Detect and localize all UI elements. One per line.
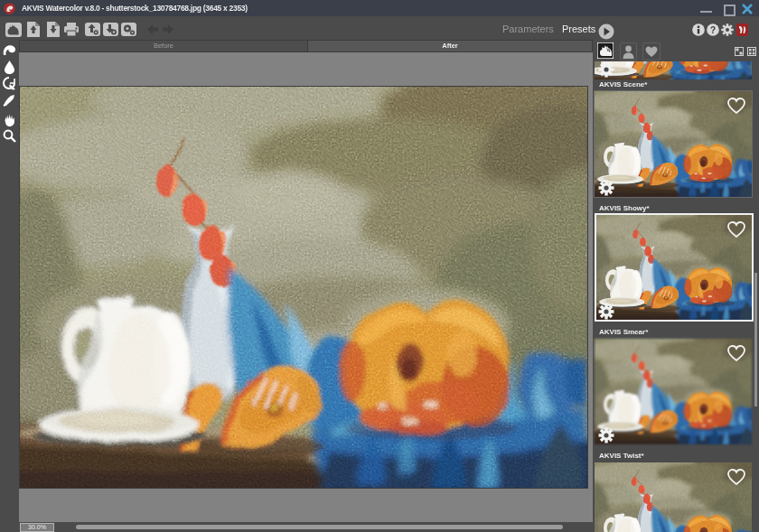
svg-text:?: ?	[710, 25, 716, 35]
